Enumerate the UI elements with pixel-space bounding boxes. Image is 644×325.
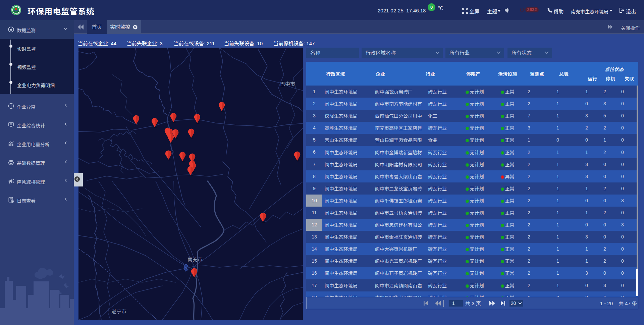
svg-text:南充市: 南充市 — [187, 257, 203, 262]
svg-text:巴中市: 巴中市 — [280, 81, 295, 87]
svg-text:遂宁市: 遂宁市 — [111, 309, 126, 314]
